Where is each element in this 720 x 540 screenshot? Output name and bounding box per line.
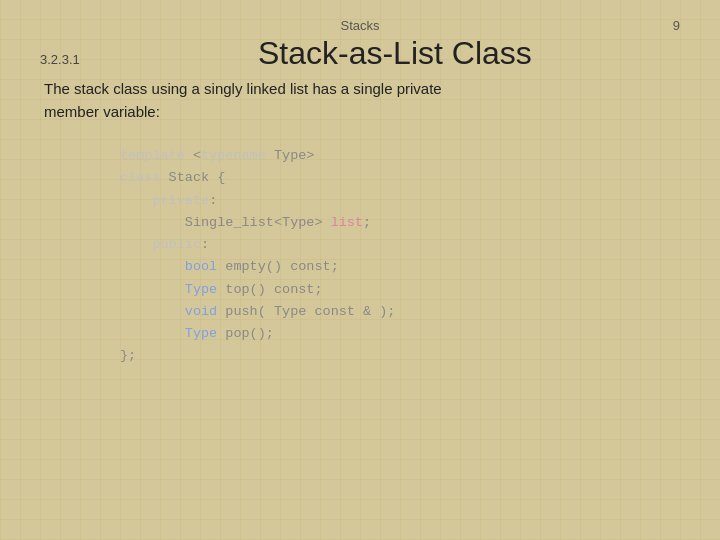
slide-number: 9 [673, 18, 680, 33]
code-line: class Stack { [120, 167, 680, 189]
section-label: 3.2.3.1 [40, 52, 80, 67]
header-row: Stacks 9 [40, 18, 680, 33]
code-line: Type top() const; [120, 279, 680, 301]
code-line: bool empty() const; [120, 256, 680, 278]
code-line: Single_list<Type> list; [120, 212, 680, 234]
description-line2: member variable: [44, 103, 160, 120]
slide: Stacks 9 3.2.3.1 Stack-as-List Class The… [0, 0, 720, 540]
code-line: public: [120, 234, 680, 256]
code-line: private: [120, 190, 680, 212]
code-line: template <typename Type> [120, 145, 680, 167]
code-line: void push( Type const & ); [120, 301, 680, 323]
code-block: template <typename Type> class Stack { p… [120, 145, 680, 368]
slide-title: Stacks [40, 18, 680, 33]
main-title: Stack-as-List Class [110, 35, 680, 72]
description: The stack class using a singly linked li… [44, 78, 680, 123]
code-line: }; [120, 345, 680, 367]
code-line: Type pop(); [120, 323, 680, 345]
description-line1: The stack class using a singly linked li… [44, 80, 442, 97]
